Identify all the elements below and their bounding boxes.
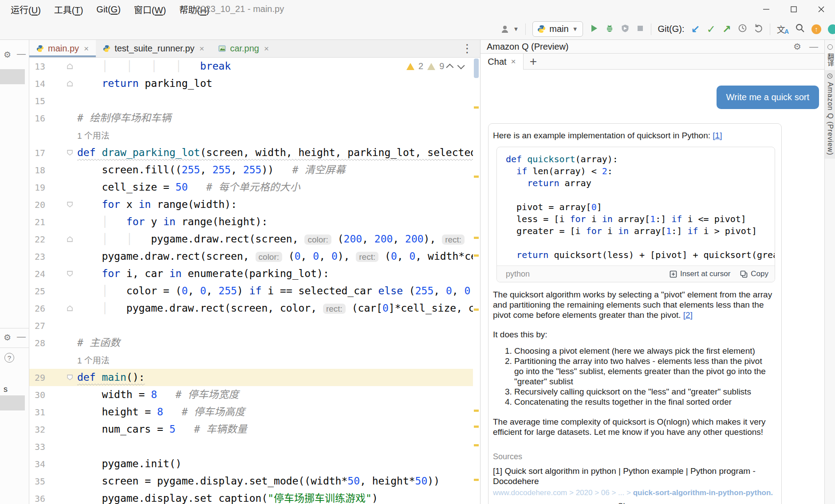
- close-icon[interactable]: ×: [511, 57, 516, 66]
- editor-line[interactable]: 31 height = 8 # 停车场高度: [29, 403, 473, 421]
- warning-stripe-mark[interactable]: [474, 106, 479, 109]
- fold-marker-icon[interactable]: [67, 305, 75, 312]
- gear-icon[interactable]: ⚙: [4, 50, 11, 60]
- warning-stripe-mark[interactable]: [474, 254, 479, 257]
- show-more-button[interactable]: Show more: [493, 502, 773, 504]
- plugin-ball-icon[interactable]: [828, 24, 835, 34]
- insert-icon: [670, 270, 677, 278]
- editor-line[interactable]: 22 │ │ pygame.draw.rect(screen, color: (…: [29, 231, 473, 248]
- editor-line[interactable]: 18 screen.fill((255, 255, 255)) # 清空屏幕: [29, 161, 473, 179]
- translate-tool-button[interactable]: 翻译: [825, 53, 835, 66]
- hide-panel-icon[interactable]: —: [17, 49, 26, 59]
- close-icon[interactable]: ×: [84, 44, 89, 54]
- fold-marker-icon[interactable]: [67, 374, 75, 381]
- gear-icon[interactable]: ⚙: [4, 332, 11, 343]
- menu-item[interactable]: 窗口(W): [134, 3, 166, 16]
- editor-line[interactable]: 20 for x in range(width):: [29, 196, 473, 213]
- close-button[interactable]: [807, 0, 835, 19]
- editor-line[interactable]: 28# 主函数: [29, 334, 473, 352]
- warning-stripe-mark[interactable]: [474, 309, 479, 311]
- maximize-button[interactable]: [780, 0, 807, 19]
- fold-marker-icon[interactable]: [67, 201, 75, 208]
- hide-panel-icon[interactable]: —: [17, 332, 26, 342]
- citation-link-1[interactable]: [1]: [713, 131, 722, 140]
- run-config-selector[interactable]: main ▼: [532, 21, 583, 37]
- editor-line[interactable]: 17def draw_parking_lot(screen, width, he…: [29, 144, 473, 161]
- hide-panel-icon[interactable]: —: [809, 42, 818, 52]
- amazon-q-tool-button[interactable]: Amazon Q (Preview): [825, 70, 835, 159]
- tab-test-suite-runner-py[interactable]: test_suite_runner.py ×: [96, 40, 211, 57]
- debug-button[interactable]: [605, 24, 614, 35]
- editor-line[interactable]: 15: [29, 92, 473, 109]
- editor-line[interactable]: 27: [29, 317, 473, 334]
- amazon-q-stripe-label: Amazon Q (Preview): [826, 82, 834, 156]
- usage-hint-row[interactable]: 1 个用法: [29, 127, 473, 144]
- stripe-top-icon[interactable]: [827, 44, 833, 50]
- editor-line[interactable]: 32 num_cars = 5 # 车辆数量: [29, 421, 473, 438]
- tab-car-png[interactable]: car.png ×: [211, 40, 276, 57]
- git-update-icon[interactable]: ↙: [691, 23, 700, 35]
- tab-main-py[interactable]: main.py ×: [29, 40, 96, 57]
- rollback-icon[interactable]: [754, 23, 763, 35]
- menu-item[interactable]: Git(G): [96, 4, 120, 15]
- warning-stripe-mark[interactable]: [474, 426, 479, 428]
- scrollbar-thumb[interactable]: [474, 59, 479, 78]
- editor-scrollbar[interactable]: [473, 58, 480, 504]
- copy-button[interactable]: Copy: [740, 270, 768, 278]
- warning-stripe-mark[interactable]: [474, 237, 479, 239]
- editor-line[interactable]: 23 pygame.draw.rect(screen, color: (0, 0…: [29, 248, 473, 265]
- close-icon[interactable]: ×: [264, 44, 269, 54]
- editor-line[interactable]: 34 pygame.init(): [29, 455, 473, 473]
- minimize-button[interactable]: [752, 0, 780, 19]
- fold-marker-icon[interactable]: [67, 149, 75, 156]
- stop-button[interactable]: [636, 24, 644, 34]
- next-problem-icon[interactable]: [457, 62, 465, 69]
- tab-chat[interactable]: Chat ×: [481, 54, 524, 70]
- close-icon[interactable]: ×: [199, 44, 204, 54]
- fold-marker-icon[interactable]: [67, 236, 75, 243]
- editor-line[interactable]: 36 pygame.display.set_caption("停车场挪车训练游戏…: [29, 490, 473, 504]
- help-icon[interactable]: ?: [4, 353, 14, 363]
- editor-line[interactable]: 16# 绘制停车场和车辆: [29, 109, 473, 127]
- editor-line[interactable]: 14 return parking_lot: [29, 75, 473, 92]
- warning-stripe-mark[interactable]: [474, 479, 479, 481]
- prev-problem-icon[interactable]: [446, 63, 454, 71]
- source-link[interactable]: [1] Quick sort algorithm in python | Pyt…: [493, 466, 773, 486]
- left-scrollbar-thumb[interactable]: [0, 69, 25, 84]
- insert-at-cursor-button[interactable]: Insert at cursor: [670, 270, 730, 278]
- user-account-icon[interactable]: ▼: [500, 24, 519, 35]
- fold-marker-icon[interactable]: [67, 270, 75, 277]
- translate-icon[interactable]: 文A: [777, 23, 789, 35]
- fold-marker-icon[interactable]: [67, 63, 75, 70]
- history-clock-icon[interactable]: [738, 23, 747, 35]
- code-editor[interactable]: 13 │ │ │ │ break14 return parking_lot151…: [29, 58, 473, 504]
- new-chat-tab-button[interactable]: +: [524, 54, 543, 69]
- warning-stripe-mark[interactable]: [474, 444, 479, 446]
- run-button[interactable]: [590, 24, 599, 35]
- editor-line[interactable]: 24 for i, car in enumerate(parking_lot):: [29, 265, 473, 282]
- menu-item[interactable]: 工具(T): [54, 3, 83, 16]
- editor-line[interactable]: 26 │ pygame.draw.rect(screen, color, rec…: [29, 300, 473, 317]
- citation-link-2[interactable]: [2]: [683, 310, 693, 320]
- usage-hint-row[interactable]: 1 个用法: [29, 352, 473, 369]
- git-push-icon[interactable]: ↗: [722, 23, 731, 35]
- editor-line[interactable]: 25 │ color = (0, 0, 255) if i == selecte…: [29, 282, 473, 300]
- editor-line[interactable]: 33: [29, 438, 473, 455]
- warning-stripe-mark[interactable]: [474, 410, 479, 412]
- editor-line[interactable]: 21 │ for y in range(height):: [29, 213, 473, 231]
- editor-line[interactable]: 30 width = 8 # 停车场宽度: [29, 386, 473, 403]
- left-scrollbar-thumb[interactable]: [0, 395, 25, 410]
- inspections-widget[interactable]: 2 9: [404, 60, 465, 72]
- tab-options-kebab-icon[interactable]: ⋮: [461, 42, 480, 55]
- editor-line[interactable]: 29def main():: [29, 369, 473, 386]
- menu-item[interactable]: 运行(U): [11, 3, 41, 16]
- search-everywhere-icon[interactable]: [796, 23, 805, 35]
- git-commit-icon[interactable]: ✓: [707, 23, 716, 35]
- warning-stripe-mark[interactable]: [474, 176, 479, 178]
- editor-line[interactable]: 35 screen = pygame.display.set_mode((wid…: [29, 473, 473, 490]
- run-with-coverage-button[interactable]: [621, 24, 630, 35]
- gear-icon[interactable]: ⚙: [793, 41, 801, 52]
- update-available-icon[interactable]: ↑: [811, 24, 821, 34]
- editor-line[interactable]: 19 cell_size = 50 # 每个单元格的大小: [29, 179, 473, 196]
- fold-marker-icon[interactable]: [67, 80, 75, 87]
